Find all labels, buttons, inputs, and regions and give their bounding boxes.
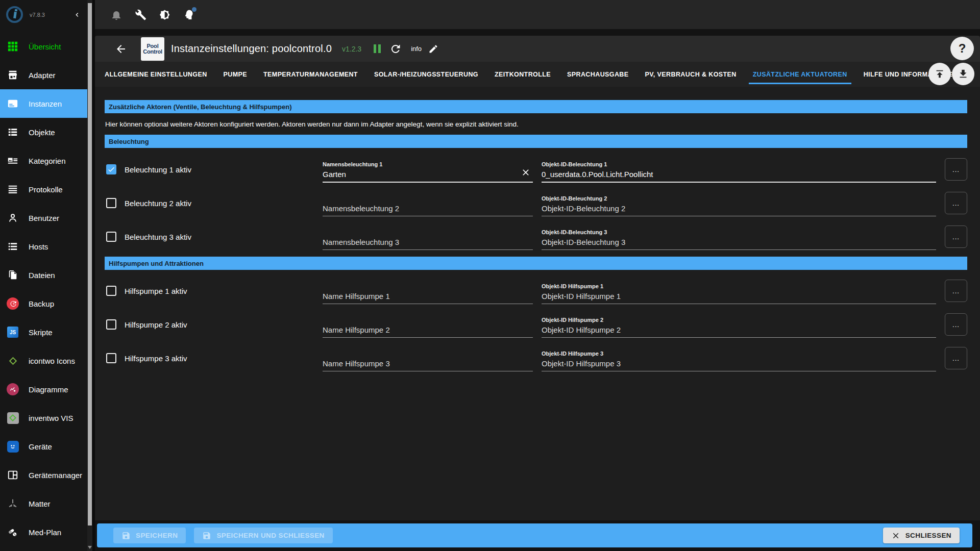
- tab-pumpe[interactable]: PUMPE: [215, 62, 255, 87]
- refresh-icon[interactable]: [389, 43, 402, 55]
- name-hilfspumpe-2-input[interactable]: Name Hilfspumpe 2: [323, 309, 533, 338]
- clear-icon[interactable]: [521, 167, 531, 178]
- object-id-picker-button[interactable]: ...: [945, 280, 967, 302]
- sidebar-item-backup[interactable]: Backup: [0, 289, 87, 318]
- object-list-icon: [7, 126, 19, 138]
- beleuchtung-1-aktiv-checkbox[interactable]: [106, 164, 116, 174]
- files-icon: [7, 269, 19, 281]
- close-button-label: SCHLIESSEN: [905, 532, 951, 539]
- name-beleuchtung-1-input[interactable]: Namensbeleuchtung 1 Garten: [323, 154, 533, 183]
- field-value: 0_userdata.0.Pool.Licht.Poollicht: [542, 170, 936, 179]
- objekt-id-hilfspumpe-2-input[interactable]: Objekt-ID Hilfspumpe 2 Objekt-ID Hilfspu…: [542, 309, 936, 338]
- tab-allgemeine-einstellungen[interactable]: ALLGEMEINE EINSTELLUNGEN: [96, 62, 215, 87]
- hilfspumpe-3-aktiv-checkbox[interactable]: [106, 353, 116, 363]
- sidebar-item-skripte[interactable]: JS Skripte: [0, 318, 87, 346]
- sidebar-item-benutzer[interactable]: Benutzer: [0, 204, 87, 232]
- sidebar-item-uebersicht[interactable]: Übersicht: [0, 32, 87, 61]
- medplan-icon: [7, 526, 19, 538]
- edit-pencil-icon[interactable]: [428, 44, 438, 54]
- dialog-footer: SPEICHERN SPEICHERN UND SCHLIESSEN SCHLI…: [97, 523, 972, 547]
- sidebar-scrollbar[interactable]: [87, 0, 92, 551]
- tab-zeitkontrolle[interactable]: ZEITKONTROLLE: [486, 62, 559, 87]
- sidebar-item-med-plan[interactable]: Med-Plan: [0, 518, 87, 546]
- tab-zusaetzliche-aktuatoren[interactable]: ZUSÄTZLICHE AKTUATOREN: [745, 62, 855, 87]
- sidebar-item-kategorien[interactable]: Kategorien: [0, 146, 87, 175]
- objekt-id-beleuchtung-1-input[interactable]: Objekt-ID-Beleuchtung 1 0_userdata.0.Poo…: [542, 154, 936, 183]
- sidebar-item-icontwo[interactable]: icontwo Icons: [0, 346, 87, 375]
- object-id-picker-button[interactable]: ...: [945, 347, 967, 369]
- objekt-id-hilfspumpe-1-input[interactable]: Objekt-ID Hilfspumpe 1 Objekt-ID Hilfspu…: [542, 276, 936, 304]
- export-config-button[interactable]: [952, 63, 974, 85]
- dark-mode-icon[interactable]: [158, 9, 170, 21]
- object-id-picker-button[interactable]: ...: [945, 313, 967, 336]
- field-placeholder: Name Hilfspumpe 1: [323, 292, 533, 300]
- logs-icon: [7, 183, 19, 195]
- ellipsis-icon: ...: [952, 166, 960, 173]
- object-id-picker-button[interactable]: ...: [945, 158, 967, 181]
- objekt-id-beleuchtung-2-input[interactable]: Objekt-ID-Beleuchtung 2 Objekt-ID-Beleuc…: [542, 188, 936, 216]
- save-and-close-button[interactable]: SPEICHERN UND SCHLIESSEN: [194, 528, 332, 543]
- tab-sprachausgabe[interactable]: SPRACHAUSGABE: [559, 62, 637, 87]
- save-icon: [121, 531, 131, 540]
- app-topbar: [95, 0, 980, 29]
- sidebar-item-label: icontwo Icons: [29, 357, 75, 365]
- js-icon-text: JS: [7, 327, 18, 338]
- name-beleuchtung-3-input[interactable]: Namensbeleuchtung 3: [323, 221, 533, 250]
- import-config-button[interactable]: [928, 63, 951, 85]
- sidebar-item-instanzen[interactable]: Instanzen: [0, 89, 87, 118]
- sidebar-item-geraetemanager[interactable]: Gerätemanager: [0, 461, 87, 489]
- wrench-icon[interactable]: [134, 9, 146, 21]
- sidebar-item-label: Med-Plan: [29, 528, 61, 537]
- close-button[interactable]: SCHLIESSEN: [883, 528, 960, 543]
- tab-pv-verbrauch-kosten[interactable]: PV, VERBRAUCH & KOSTEN: [637, 62, 745, 87]
- hilfspumpe-2-aktiv-checkbox[interactable]: [106, 319, 116, 330]
- tab-temperaturmanagement[interactable]: TEMPERATURMANAGEMENT: [255, 62, 366, 87]
- objekt-id-hilfspumpe-3-input[interactable]: Objekt-ID Hilfspumpe 3 Objekt-ID Hilfspu…: [542, 343, 936, 371]
- sidebar-scrollbar-thumb[interactable]: [88, 3, 92, 525]
- scrollbar-down-arrow-icon[interactable]: [88, 546, 92, 549]
- devices-icon: [7, 440, 19, 453]
- sidebar-item-inventwo-vis[interactable]: inventwo VIS: [0, 404, 87, 432]
- object-id-picker-button[interactable]: ...: [945, 192, 967, 214]
- save-button[interactable]: SPEICHERN: [113, 528, 186, 543]
- sidebar-item-dateien[interactable]: Dateien: [0, 261, 87, 289]
- beleuchtung-2-aktiv-checkbox[interactable]: [106, 198, 116, 208]
- field-label: Objekt-ID Hilfspumpe 3: [542, 350, 936, 357]
- inventwo-icon: [7, 412, 19, 424]
- expert-mode-icon[interactable]: [182, 9, 194, 21]
- sidebar-item-label: Instanzen: [29, 99, 62, 108]
- sidebar-item-label: Geräte: [29, 442, 52, 451]
- hosts-icon: [7, 240, 19, 253]
- sidebar-item-matter[interactable]: Matter: [0, 489, 87, 518]
- beleuchtung-3-aktiv-checkbox[interactable]: [106, 232, 116, 242]
- sidebar-item-diagramme[interactable]: Diagramme: [0, 375, 87, 404]
- sidebar-item-protokolle[interactable]: Protokolle: [0, 175, 87, 204]
- sidebar-item-label: Übersicht: [29, 42, 61, 51]
- object-id-picker-button[interactable]: ...: [945, 226, 967, 248]
- checkbox-label: Beleuchtung 2 aktiv: [125, 199, 191, 208]
- sidebar-item-objekte[interactable]: Objekte: [0, 118, 87, 146]
- field-placeholder: Name Hilfspumpe 3: [323, 359, 533, 368]
- help-button[interactable]: ?: [950, 37, 974, 60]
- name-hilfspumpe-3-input[interactable]: Name Hilfspumpe 3: [323, 343, 533, 371]
- collapse-sidebar-icon[interactable]: [72, 10, 82, 20]
- section-header-beleuchtung: Beleuchtung: [105, 135, 967, 148]
- notifications-icon[interactable]: [110, 9, 122, 21]
- matter-icon: [7, 497, 19, 510]
- sidebar-item-geraete[interactable]: Geräte: [0, 432, 87, 461]
- checkbox-label: Hilfspumpe 3 aktiv: [125, 354, 187, 363]
- field-placeholder: Namensbeleuchtung 2: [323, 204, 533, 213]
- sidebar-item-hosts[interactable]: Hosts: [0, 232, 87, 261]
- section-header-aktoren: Zusätzliche Aktoren (Ventile, Beleuchtun…: [105, 100, 967, 113]
- sidebar-item-adapter[interactable]: Adapter: [0, 61, 87, 89]
- name-hilfspumpe-1-input[interactable]: Name Hilfspumpe 1: [323, 276, 533, 304]
- app-root: v7.8.3 Übersicht Adapter: [0, 0, 980, 551]
- tab-solar-heizungssteuerung[interactable]: SOLAR-/HEIZUNGSSTEUERUNG: [366, 62, 486, 87]
- field-placeholder: Objekt-ID-Beleuchtung 3: [542, 238, 936, 246]
- back-arrow-icon[interactable]: [115, 43, 127, 55]
- name-beleuchtung-2-input[interactable]: Namensbeleuchtung 2: [323, 188, 533, 216]
- objekt-id-beleuchtung-3-input[interactable]: Objekt-ID-Beleuchtung 3 Objekt-ID-Beleuc…: [542, 221, 936, 250]
- user-icon: [7, 212, 19, 224]
- ellipsis-icon: ...: [952, 321, 960, 329]
- hilfspumpe-1-aktiv-checkbox[interactable]: [106, 286, 116, 296]
